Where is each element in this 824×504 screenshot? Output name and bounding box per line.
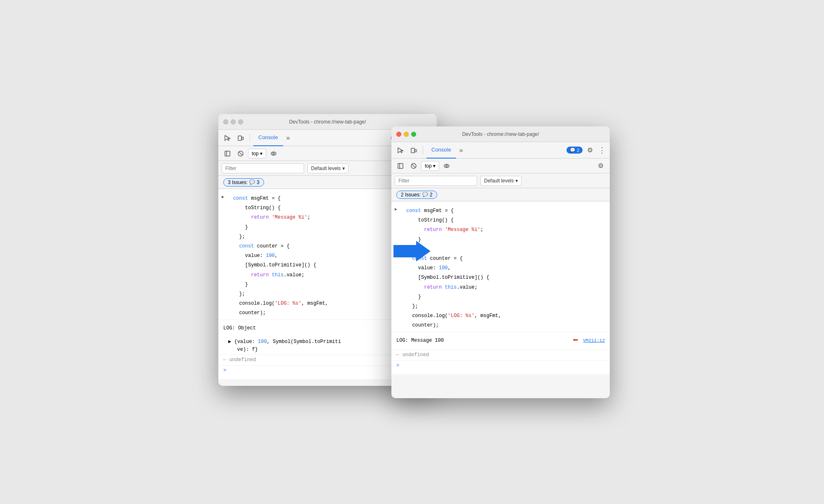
issue-chat-icon-left: 💬 [249,180,255,185]
undefined-line-right: ← undefined [391,350,610,360]
context-dropdown-right[interactable]: top ▾ [421,161,439,171]
svg-point-17 [446,165,447,167]
title-bar-right: DevTools - chrome://new-tab-page/ [391,126,610,142]
svg-rect-0 [238,136,241,140]
context-dropdown-left[interactable]: top ▾ [248,149,266,159]
traffic-light-minimize-left[interactable] [231,119,236,124]
issues-count-badge-right[interactable]: 2 Issues: 💬 2 [396,191,437,199]
code-line-5-right: }; [401,245,605,254]
log-text-right: LOG: Message 100 [396,337,571,345]
code-line-2-right: toString() { [401,216,605,225]
main-toolbar-right: Console » 💬 2 ⚙ ⋮ [391,142,610,159]
window-title-right: DevTools - chrome://new-tab-page/ [462,131,539,137]
svg-rect-3 [225,151,230,156]
issues-bar-right: 2 Issues: 💬 2 [391,188,610,201]
expand-toggle-left[interactable]: ▶ [228,339,231,345]
three-dots-right[interactable]: ⋮ [597,146,606,155]
code-line-11-right: }; [401,302,605,311]
traffic-light-fullscreen-left[interactable] [238,119,243,124]
toolbar-divider-1 [250,134,250,142]
code-line-10-right: } [401,292,605,302]
eye-icon-right[interactable] [441,160,452,172]
traffic-light-fullscreen-right[interactable] [411,132,416,137]
traffic-light-minimize-right[interactable] [404,132,409,137]
issue-icon-toolbar-right: 💬 [570,147,576,153]
issues-badge-toolbar-right[interactable]: 💬 2 [566,147,583,154]
svg-point-8 [273,153,274,154]
more-tabs-left[interactable]: » [285,134,292,142]
code-line-13-right: counter); [401,321,605,330]
traffic-light-close-right[interactable] [396,132,401,137]
default-levels-right[interactable]: Default levels ▾ [480,176,522,186]
device-icon-right[interactable] [408,145,419,156]
toolbar-divider-right [423,146,423,154]
log-text-left: LOG: Object [223,324,401,332]
code-line-7-right: value: 100, [401,264,605,273]
issue-chat-icon-right: 💬 [422,192,428,197]
stop-icon-right[interactable] [408,160,419,172]
code-line-6-right: const counter = { [401,254,605,264]
code-line-8-right: [Symbol.toPrimitive]() { [401,273,605,282]
svg-rect-10 [411,148,414,153]
svg-point-16 [444,164,449,168]
window-title-left: DevTools - chrome://new-tab-page/ [289,119,366,125]
inspect-icon[interactable] [222,132,233,144]
svg-point-7 [271,152,276,155]
log-source-right[interactable]: VM211:12 [583,337,605,345]
console-body-right: ▶ const msgFmt = { toString() { return '… [391,201,610,374]
settings-icon-right[interactable]: ⚙ [584,145,596,156]
svg-rect-12 [398,163,403,168]
secondary-gear-right[interactable]: ⚙ [595,160,606,172]
red-arrow-right: ⬅ [573,334,578,348]
code-line-9-right: return this.value; [401,283,605,292]
device-icon[interactable] [235,132,246,144]
secondary-toolbar-right: top ▾ ⚙ [391,159,610,173]
default-levels-left[interactable]: Default levels ▾ [307,163,349,173]
blue-arrow-container [393,239,431,265]
traffic-lights-left [223,119,243,124]
traffic-light-close-left[interactable] [223,119,228,124]
filter-input-left[interactable] [222,163,304,173]
filter-bar-right: Default levels ▾ [391,173,610,188]
code-line-4-right: } [401,235,605,245]
code-toggle-right[interactable]: ▶ [395,206,397,213]
code-line-3-right: return 'Message %i'; [401,225,605,235]
code-line-12-right: console.log('LOG: %s', msgFmt, [401,311,605,321]
svg-line-6 [239,152,242,155]
stop-icon-left[interactable] [235,148,246,159]
blue-arrow-svg [393,239,431,264]
sidebar-icon-left[interactable] [222,148,233,159]
svg-marker-9 [393,241,431,261]
tab-console-left[interactable]: Console [253,130,283,146]
code-toggle-left[interactable]: ▶ [222,194,224,201]
svg-rect-11 [415,149,417,152]
eye-icon-left[interactable] [268,148,279,159]
code-line-1-right: const msgFmt = { [401,206,605,216]
svg-rect-1 [242,137,243,140]
svg-line-15 [412,164,415,168]
sidebar-icon-right[interactable] [395,160,406,172]
issues-count-badge-left[interactable]: 3 Issues: 💬 3 [223,178,264,187]
log-line-right: LOG: Message 100 ⬅ VM211:12 [391,332,610,349]
tab-console-right[interactable]: Console [426,142,456,159]
inspect-icon-right[interactable] [395,145,406,156]
filter-input-right[interactable] [395,176,477,186]
code-block-right: ▶ const msgFmt = { toString() { return '… [391,205,610,332]
more-tabs-right[interactable]: » [458,147,465,154]
console-output-right: ▶ const msgFmt = { toString() { return '… [391,201,610,374]
prompt-line-right[interactable]: > [391,360,610,371]
traffic-lights-right [396,132,416,137]
scene: DevTools - chrome://new-tab-page/ Consol… [206,98,618,406]
